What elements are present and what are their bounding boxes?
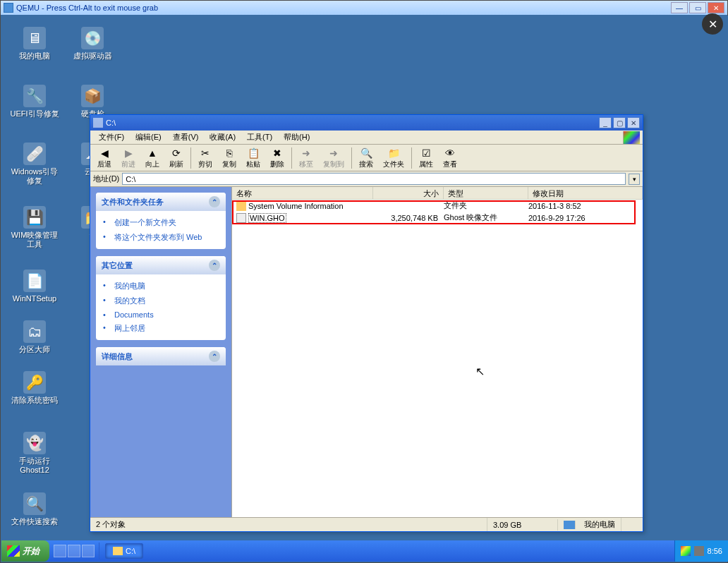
clock[interactable]: 8:56 — [708, 547, 722, 555]
menu-tools[interactable]: 工具(T) — [241, 131, 278, 144]
quick-launch — [49, 543, 99, 559]
desktop-icon[interactable]: 📦硬盘检 — [66, 85, 119, 119]
windows-flag-icon — [623, 131, 640, 144]
desktop-icon[interactable]: 🔍文件快速搜索 — [8, 492, 61, 526]
task-group-files: 文件和文件夹任务 ⌃ 创建一个新文件夹 将这个文件夹发布到 Web — [96, 193, 226, 249]
menu-edit[interactable]: 编辑(E) — [130, 131, 167, 144]
toolbar-向上[interactable]: ▲向上 — [141, 146, 164, 170]
file-row[interactable]: WIN.GHO3,250,748 KBGhost 映像文件2016-9-29 1… — [232, 212, 643, 224]
task-group-header[interactable]: 其它位置 ⌃ — [96, 256, 226, 274]
menubar: 文件(F) 编辑(E) 查看(V) 收藏(A) 工具(T) 帮助(H) — [90, 131, 643, 145]
taskbar: 开始 C:\ 8:56 — [1, 540, 728, 562]
overlay-close-icon[interactable]: ✕ — [702, 13, 723, 35]
toolbar-搜索[interactable]: 🔍搜索 — [355, 146, 377, 170]
toolbar-后退[interactable]: ◀后退 — [93, 146, 116, 170]
toolbar-复制[interactable]: ⎘复制 — [218, 146, 241, 170]
icon-label: 清除系统密码 — [8, 396, 61, 405]
close-button[interactable]: ✕ — [708, 2, 724, 13]
qemu-title-text: QEMU - Press Ctrl-Alt to exit mouse grab — [16, 4, 158, 12]
status-objects: 2 个对象 — [90, 518, 487, 531]
qemu-titlebar[interactable]: QEMU - Press Ctrl-Alt to exit mouse grab… — [1, 1, 727, 15]
desktop-icon[interactable]: 💿虚拟驱动器 — [66, 27, 119, 61]
close-button[interactable]: ✕ — [627, 117, 640, 128]
status-bar: 2 个对象 3.09 GB 我的电脑 — [90, 517, 643, 531]
app-icon: 🔍 — [23, 492, 46, 515]
app-icon: 📄 — [23, 270, 46, 292]
link-documents[interactable]: Documents — [102, 308, 220, 321]
task-group-header[interactable]: 文件和文件夹任务 ⌃ — [96, 193, 226, 211]
explorer-window: C:\ _ ▢ ✕ 文件(F) 编辑(E) 查看(V) 收藏(A) 工具(T) … — [90, 114, 643, 532]
file-name: WIN.GHO — [248, 214, 286, 222]
col-name[interactable]: 名称 — [232, 187, 373, 199]
menu-file[interactable]: 文件(F) — [93, 131, 130, 144]
go-button[interactable]: ▾ — [629, 174, 640, 185]
qemu-icon — [4, 3, 13, 13]
icon-label: 分区大师 — [8, 345, 61, 354]
start-button[interactable]: 开始 — [1, 540, 49, 562]
task-group-header[interactable]: 详细信息 ⌃ — [96, 347, 226, 365]
icon-label: 文件快速搜索 — [8, 517, 61, 526]
minimize-button[interactable]: — — [671, 2, 688, 13]
toolbar-icon: ✂ — [198, 147, 212, 159]
task-publish-web[interactable]: 将这个文件夹发布到 Web — [102, 230, 220, 245]
desktop-icon[interactable]: 📄WinNTSetup — [8, 270, 61, 303]
qemu-window: QEMU - Press Ctrl-Alt to exit mouse grab… — [0, 0, 728, 563]
toolbar-粘贴[interactable]: 📋粘贴 — [242, 146, 265, 170]
toolbar-删除[interactable]: ✖删除 — [266, 146, 289, 170]
toolbar-文件夹[interactable]: 📁文件夹 — [379, 146, 408, 170]
quick-launch-item[interactable] — [54, 545, 66, 557]
file-row[interactable]: System Volume Information文件夹2016-11-3 8:… — [232, 200, 643, 212]
minimize-button[interactable]: _ — [599, 117, 612, 128]
toolbar-复制到: ➜复制到 — [319, 146, 348, 170]
toolbar-属性[interactable]: ☑属性 — [415, 146, 437, 170]
file-list-pane: 名称 大小 类型 修改日期 System Volume Information文… — [231, 187, 643, 517]
tray-icon[interactable] — [694, 546, 704, 556]
app-icon: 🗂 — [23, 320, 46, 343]
maximize-button[interactable]: ▭ — [689, 2, 706, 13]
desktop-icon[interactable]: 🔑清除系统密码 — [8, 371, 61, 405]
quick-launch-item[interactable] — [82, 545, 95, 557]
desktop-icon[interactable]: 🔧UEFI引导修复 — [8, 85, 61, 119]
separator — [411, 147, 412, 169]
column-headers: 名称 大小 类型 修改日期 — [232, 187, 643, 200]
file-type: 文件夹 — [444, 200, 528, 211]
file-list[interactable]: System Volume Information文件夹2016-11-3 8:… — [232, 200, 643, 517]
quick-launch-item[interactable] — [68, 545, 80, 557]
app-icon: 📦 — [81, 85, 104, 107]
link-network[interactable]: 网上邻居 — [102, 321, 220, 336]
task-group-details: 详细信息 ⌃ — [96, 347, 226, 365]
menu-help[interactable]: 帮助(H) — [278, 131, 315, 144]
desktop-icon[interactable]: 👻手动运行Ghost12 — [8, 432, 61, 475]
app-icon: 🖥 — [23, 27, 46, 49]
app-icon: 💾 — [23, 206, 46, 229]
toolbar-icon: ◀ — [97, 147, 111, 159]
maximize-button[interactable]: ▢ — [613, 117, 626, 128]
desktop-icon[interactable]: 🩹Widnows引导修复 — [8, 143, 61, 186]
toolbar-剪切[interactable]: ✂剪切 — [194, 146, 217, 170]
col-type[interactable]: 类型 — [444, 187, 528, 199]
system-tray[interactable]: 8:56 — [674, 540, 728, 562]
desktop-icon[interactable]: 💾WIM映像管理工具 — [8, 206, 61, 249]
toolbar-刷新[interactable]: ⟳刷新 — [165, 146, 188, 170]
desktop[interactable]: 🖥我的电脑💿虚拟驱动器🔧UEFI引导修复📦硬盘检🩹Widnows引导修复☁云骑💾… — [1, 16, 728, 542]
tray-icon[interactable] — [681, 546, 691, 556]
task-new-folder[interactable]: 创建一个新文件夹 — [102, 215, 220, 230]
menu-view[interactable]: 查看(V) — [167, 131, 205, 144]
col-modified[interactable]: 修改日期 — [528, 187, 643, 199]
app-icon: 🔧 — [23, 85, 46, 107]
link-my-computer[interactable]: 我的电脑 — [102, 279, 220, 293]
address-input[interactable] — [122, 173, 626, 185]
chevron-down-icon: ⌃ — [209, 351, 220, 362]
folder-icon — [113, 547, 123, 555]
taskbar-item[interactable]: C:\ — [105, 543, 143, 559]
explorer-title-text: C:\ — [106, 119, 116, 127]
explorer-titlebar[interactable]: C:\ _ ▢ ✕ — [90, 115, 643, 131]
menu-favorites[interactable]: 收藏(A) — [204, 131, 241, 144]
toolbar-查看[interactable]: 👁查看 — [439, 146, 461, 170]
desktop-icon[interactable]: 🖥我的电脑 — [8, 27, 61, 61]
link-my-documents[interactable]: 我的文档 — [102, 293, 220, 308]
desktop-icon[interactable]: 🗂分区大师 — [8, 320, 61, 354]
col-size[interactable]: 大小 — [373, 187, 444, 199]
file-modified: 2016-11-3 8:52 — [528, 202, 643, 210]
toolbar-icon: ➜ — [299, 147, 313, 159]
